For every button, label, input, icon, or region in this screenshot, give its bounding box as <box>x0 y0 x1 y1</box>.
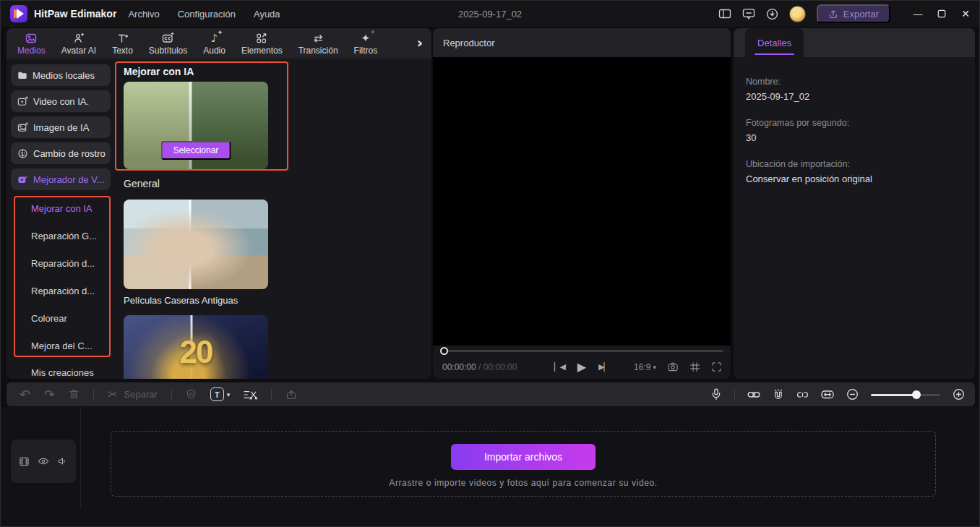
media-sidebar: Medios locales Video con IA. Imagen de I… <box>7 59 115 379</box>
feedback-icon[interactable] <box>742 8 755 20</box>
fullscreen-icon[interactable] <box>711 361 722 372</box>
time-display: 00:00:00 / 00:00:00 <box>442 362 517 372</box>
subtitles-icon <box>162 32 174 44</box>
tab-transicion[interactable]: ⇄ Transición <box>291 28 346 59</box>
section-label: General <box>124 178 431 189</box>
timeline-zoom-slider[interactable] <box>871 390 940 399</box>
sidebar-subitem-mejorar-ia[interactable]: Mejorar con IA <box>11 194 111 222</box>
sidebar-item-cambio-rostro[interactable]: Cambio de rostro <box>11 142 111 164</box>
app-name: HitPaw Edimakor <box>34 8 116 20</box>
menu-ayuda[interactable]: Ayuda <box>254 9 280 20</box>
feature-tabbar: Medios Avatar AI Texto Subtítulos ♪✦ <box>7 28 431 59</box>
detail-field-ubicacion: Ubicación de importación: Conservar en p… <box>746 157 963 187</box>
app-logo-icon <box>10 5 27 22</box>
app-window: HitPaw Edimakor Archivo Configuración Ay… <box>0 0 980 527</box>
sidebar-item-imagen-ia[interactable]: Imagen de IA <box>11 116 111 138</box>
fit-timeline-icon[interactable] <box>821 389 834 400</box>
track-filmstrip-icon[interactable] <box>19 456 30 467</box>
player-panel: Reproductor 00:00:00 / 00:00:00 ▏◀ ▶ ▶▏ … <box>433 28 731 379</box>
export-button[interactable]: Exportar <box>817 4 890 23</box>
track-header <box>11 440 76 483</box>
sidebar-subitem-mejora-c[interactable]: Mejora del C... <box>11 332 111 359</box>
layout-icon[interactable] <box>718 8 731 20</box>
sidebar-item-mejorador-video[interactable]: Mejorador de V... <box>11 168 111 190</box>
menu-archivo[interactable]: Archivo <box>128 9 159 20</box>
zoom-slider-handle[interactable] <box>912 390 921 399</box>
import-files-button[interactable]: Importar archivos <box>451 444 596 470</box>
video-preview[interactable] <box>433 57 731 346</box>
player-header: Reproductor <box>433 28 731 57</box>
next-frame-icon[interactable]: ▶▏ <box>598 362 609 372</box>
export-clip-icon[interactable] <box>285 389 297 400</box>
separar-label[interactable]: Separar <box>124 389 158 400</box>
previous-frame-icon[interactable]: ▏◀ <box>554 362 565 372</box>
text-icon <box>117 32 129 44</box>
microphone-icon[interactable] <box>710 388 722 400</box>
face-swap-icon <box>17 148 28 159</box>
tab-avatar-ai[interactable]: Avatar AI <box>53 28 104 59</box>
tab-medios[interactable]: Medios <box>9 28 53 59</box>
grid-icon[interactable] <box>689 361 700 372</box>
menubar: Archivo Configuración Ayuda <box>128 9 280 20</box>
delete-icon[interactable] <box>69 389 79 400</box>
seek-handle[interactable] <box>440 347 448 355</box>
sidebar-subitem-colorear[interactable]: Colorear <box>11 304 111 332</box>
menu-configuracion[interactable]: Configuración <box>178 9 236 20</box>
snapshot-icon[interactable] <box>667 361 679 372</box>
sidebar-subitem-reparacion-d1[interactable]: Reparación d... <box>11 249 111 277</box>
smart-cut-icon[interactable] <box>244 390 257 400</box>
text-tool-icon: T <box>210 387 224 401</box>
aspect-ratio-dropdown[interactable]: 16:9▾ <box>634 362 656 372</box>
import-dropzone[interactable]: Importar archivos Arrastre o importe vid… <box>111 431 936 497</box>
unlink-icon[interactable] <box>796 390 809 400</box>
edit-toolbar: ↶ ↷ ✂ Separar T ▾ <box>7 382 975 406</box>
zoom-out-icon[interactable] <box>846 388 859 400</box>
magnet-snap-icon[interactable] <box>773 389 784 400</box>
video-ai-icon <box>17 96 28 107</box>
zoom-in-icon[interactable] <box>953 388 965 400</box>
media-library: Mejorar con IA Seleccionar General Pelíc… <box>115 59 431 379</box>
player-controls: 00:00:00 / 00:00:00 ▏◀ ▶ ▶▏ 16:9▾ <box>433 355 731 379</box>
sidebar-subitem-reparacion-g[interactable]: Reparación G... <box>11 222 111 249</box>
undo-icon[interactable]: ↶ <box>20 388 30 401</box>
details-header: Detalles <box>734 28 975 57</box>
tab-elementos[interactable]: Elementos <box>233 28 291 59</box>
tab-filtros[interactable]: ✦✧ Filtros <box>346 28 386 59</box>
sidebar-item-mis-creaciones[interactable]: Mis creaciones <box>11 359 111 379</box>
sidebar-item-video-ia[interactable]: Video con IA. <box>11 90 111 112</box>
text-tool-dropdown[interactable]: T ▾ <box>210 387 231 401</box>
download-icon[interactable] <box>766 8 778 20</box>
maximize-button[interactable] <box>935 9 948 18</box>
details-panel: Detalles Nombre: 2025-09-17_02 Fotograma… <box>734 28 975 379</box>
card-thumbnail-peliculas[interactable] <box>124 200 268 289</box>
seek-bar[interactable] <box>440 346 723 355</box>
link-icon[interactable] <box>747 390 760 400</box>
sidebar-subitem-reparacion-d2[interactable]: Reparación d... <box>11 277 111 304</box>
track-mute-speaker-icon[interactable] <box>57 456 68 466</box>
folder-icon <box>17 70 27 80</box>
select-button[interactable]: Seleccionar <box>161 141 231 160</box>
tab-subtitulos[interactable]: Subtítulos <box>141 28 195 59</box>
featured-card-thumbnail[interactable]: Seleccionar <box>124 82 268 169</box>
titlebar: HitPaw Edimakor Archivo Configuración Ay… <box>1 1 979 27</box>
track-visibility-eye-icon[interactable] <box>38 456 49 466</box>
tab-audio[interactable]: ♪✦ Audio <box>195 28 233 59</box>
user-avatar[interactable] <box>789 6 806 22</box>
marker-shield-icon[interactable] <box>186 389 197 400</box>
video-enhancer-icon <box>17 174 28 185</box>
redo-icon[interactable]: ↷ <box>44 388 55 401</box>
detail-field-fps: Fotogramas por segundo: 30 <box>746 116 963 145</box>
seek-track[interactable] <box>443 350 723 352</box>
tabs-more-chevron-icon[interactable]: › <box>411 34 429 53</box>
dropzone-hint: Arrastre o importe videos y fotos aquí p… <box>111 478 935 488</box>
sidebar-item-medios-locales[interactable]: Medios locales <box>11 64 111 86</box>
media-icon <box>25 32 37 44</box>
scissors-icon[interactable]: ✂ <box>108 389 117 400</box>
tab-detalles[interactable]: Detalles <box>745 28 804 57</box>
close-button[interactable]: ✕ <box>959 8 972 20</box>
tab-texto[interactable]: Texto <box>104 28 141 59</box>
card-thumbnail-20th[interactable]: 20 CENTURY STUDIOS <box>124 315 268 379</box>
play-icon[interactable]: ▶ <box>577 360 586 374</box>
minimize-button[interactable]: — <box>911 8 924 20</box>
export-icon <box>828 9 838 20</box>
